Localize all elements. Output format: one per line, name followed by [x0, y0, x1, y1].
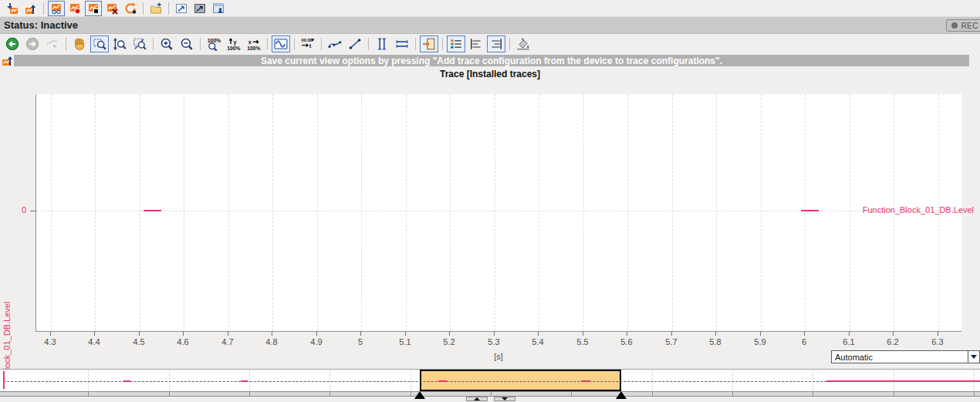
selection-handle-right[interactable] — [616, 391, 627, 399]
v-gridline — [317, 94, 318, 331]
start-recording-button[interactable] — [66, 1, 83, 16]
toolbar-separator — [66, 38, 66, 50]
hint-message-bar: Save current view options by pressing "A… — [14, 55, 969, 66]
svg-text:100%: 100% — [208, 38, 221, 43]
chart-title: Trace [Installed traces] — [440, 69, 540, 79]
transfer-from-device-button[interactable] — [22, 1, 39, 16]
show-signal-table-button[interactable] — [420, 35, 438, 52]
import-measurement-button[interactable] — [191, 1, 208, 16]
toolbar-separator — [200, 38, 201, 50]
zoom-100-button[interactable]: 100% — [204, 35, 223, 52]
toolbar-separator — [415, 38, 416, 50]
toolbar-separator — [294, 38, 295, 50]
x-tick-label: 6 — [792, 337, 816, 346]
scale-x-100-button[interactable]: x100% — [245, 35, 263, 52]
align-legend-right-button[interactable] — [487, 35, 505, 52]
x-axis-unit-label: [s] — [35, 352, 961, 361]
zoom-selection-button[interactable] — [90, 35, 109, 52]
stop-recording-icon — [87, 2, 100, 15]
zoom-free-button[interactable] — [130, 35, 149, 52]
x-tick-label: 4.6 — [171, 337, 194, 346]
x-tick-mark — [538, 332, 539, 336]
show-samples-button[interactable] — [326, 35, 344, 52]
x-tick-label: 6.1 — [837, 337, 860, 346]
add-trace-config-button[interactable] — [147, 1, 164, 16]
collapse-up-button[interactable] — [466, 397, 488, 401]
overview-trace-mark — [241, 380, 248, 382]
measurement-cursor-button[interactable] — [43, 35, 62, 52]
collapse-down-button[interactable] — [494, 397, 515, 401]
time-alignment-button[interactable]: 00:00t — [299, 35, 317, 52]
x-tick-label: 6.3 — [926, 337, 949, 346]
v-gridline — [51, 94, 52, 331]
show-curves-button[interactable] — [272, 35, 290, 52]
zoom-in-button[interactable] — [157, 35, 176, 52]
selection-handle-left[interactable] — [414, 391, 425, 399]
repeat-transfer-button[interactable] — [122, 1, 139, 16]
x-tick-mark — [760, 332, 761, 336]
rec-label: REC — [961, 22, 978, 30]
scrollbar-divider — [491, 392, 492, 396]
toolbar-separator — [368, 38, 369, 50]
v-gridline — [184, 94, 184, 331]
scrollbar-divider — [571, 392, 572, 396]
forward-button[interactable] — [23, 35, 42, 52]
x-tick-mark — [583, 332, 583, 336]
overview-bar[interactable] — [0, 369, 980, 392]
x-tick-label: 5.8 — [704, 337, 727, 346]
vertical-cursors-button[interactable] — [373, 35, 391, 52]
recording-panel-button[interactable] — [210, 1, 227, 16]
toolbar-separator — [153, 38, 154, 50]
v-gridline — [450, 94, 451, 331]
overview-gridline — [411, 370, 411, 390]
time-axis-dropdown[interactable]: Automatic — [831, 350, 980, 363]
v-gridline — [140, 94, 140, 331]
trace-download-icon — [6, 2, 19, 15]
toolbar-separator — [442, 38, 443, 50]
right-signal-label: Function_Block_01_DB.Level — [863, 205, 974, 215]
x-tick-mark — [139, 332, 140, 336]
v-gridline — [850, 94, 850, 331]
x-tick-label: 5.6 — [615, 337, 638, 346]
zoom-time-range-button[interactable] — [110, 35, 129, 52]
zoom-selection-icon — [93, 37, 106, 51]
overview-gridline — [88, 370, 89, 390]
x-tick-label: 4.9 — [305, 337, 328, 346]
x-tick-mark — [449, 332, 450, 336]
scrollbar-divider — [329, 392, 330, 396]
samples-icon — [328, 37, 342, 51]
transfer-to-device-button[interactable] — [4, 1, 21, 16]
overview-gridline — [732, 370, 733, 390]
x-tick-mark — [272, 332, 272, 336]
show-legend-button[interactable] — [447, 35, 465, 52]
overview-selection[interactable] — [420, 370, 622, 391]
delete-trace-button[interactable] — [103, 1, 120, 16]
x-tick-mark — [316, 332, 317, 336]
record-trace-icon — [69, 2, 81, 15]
pan-button[interactable] — [70, 35, 89, 52]
trace-upload-icon — [25, 2, 37, 15]
x-tick-mark — [360, 332, 361, 336]
y-100-icon: y100% — [227, 37, 241, 51]
horizontal-cursors-button[interactable] — [393, 35, 411, 52]
chart-section: Function_Block_01_DB.Level Function_Bloc… — [0, 80, 980, 369]
interpolation-button[interactable] — [346, 35, 364, 52]
zoom-out-button[interactable] — [177, 35, 196, 52]
x-tick-mark — [494, 332, 495, 336]
dropdown-arrow-icon[interactable] — [968, 351, 979, 363]
trace-segment — [801, 210, 819, 211]
back-button[interactable] — [3, 35, 22, 52]
forward-icon — [25, 37, 39, 51]
title-row: Trace [Installed traces] — [0, 67, 980, 80]
plot-area[interactable] — [35, 94, 961, 332]
v-gridline — [406, 94, 407, 331]
export-measurement-button[interactable] — [173, 1, 190, 16]
monitor-trace-button[interactable] — [48, 1, 65, 16]
zoom-100-icon: 100% — [207, 37, 221, 51]
align-legend-left-button[interactable] — [467, 35, 485, 52]
v-gridline — [228, 94, 229, 331]
stop-recording-button[interactable] — [85, 1, 102, 16]
scale-y-100-button[interactable]: y100% — [225, 35, 243, 52]
scrollbar-divider — [813, 392, 813, 396]
background-color-button[interactable] — [514, 35, 532, 52]
